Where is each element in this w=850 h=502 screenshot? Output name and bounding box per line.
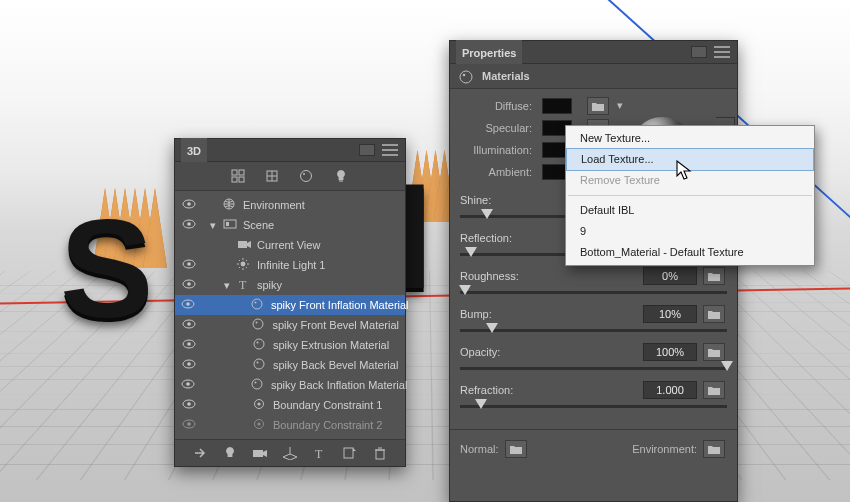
scene-icon [223, 218, 239, 232]
toolbar-new-icon[interactable] [342, 446, 358, 460]
panel-3d-header[interactable]: 3D [175, 139, 405, 162]
menu-bottom-material[interactable]: Bottom_Material - Default Texture [566, 242, 814, 263]
label-ambient: Ambient: [460, 166, 536, 178]
panel-collapse-button[interactable] [359, 144, 375, 156]
menu-9[interactable]: 9 [566, 221, 814, 242]
filter-all-icon[interactable] [231, 169, 247, 183]
visibility-eye-icon[interactable] [181, 199, 197, 211]
toolbar-bulb-icon[interactable] [222, 446, 238, 460]
mesh-icon: T [237, 278, 253, 292]
tree-item-label: Infinite Light 1 [257, 259, 399, 271]
folder-normal[interactable] [505, 440, 527, 458]
panel-flyout-icon[interactable] [713, 46, 731, 58]
folder-environment[interactable] [703, 440, 725, 458]
value-refraction[interactable]: 1.000 [643, 381, 697, 399]
filter-material-icon[interactable] [299, 169, 315, 183]
tree-item-label: spiky Back Bevel Material [273, 359, 399, 371]
tree-item-label: spiky Front Inflation Material [271, 299, 409, 311]
value-bump[interactable]: 10% [643, 305, 697, 323]
svg-line-27 [239, 267, 240, 268]
tree-row[interactable]: Environment [175, 195, 405, 215]
label-specular: Specular: [460, 122, 536, 134]
tree-item-label: spiky Back Inflation Material [271, 379, 407, 391]
folder-refraction[interactable] [703, 381, 725, 399]
visibility-eye-icon[interactable] [181, 299, 195, 311]
panel-properties-header[interactable]: Properties [450, 41, 737, 64]
folder-bump[interactable] [703, 305, 725, 323]
material-icon [253, 338, 269, 352]
svg-point-14 [187, 222, 191, 226]
tree-row[interactable]: Current View [175, 235, 405, 255]
slider-refraction[interactable] [460, 399, 727, 415]
visibility-eye-icon[interactable] [181, 219, 197, 231]
tree-row[interactable]: Boundary Constraint 1 [175, 395, 405, 415]
visibility-eye-icon[interactable] [181, 319, 196, 331]
svg-point-7 [301, 171, 312, 182]
filter-light-icon[interactable] [333, 169, 349, 183]
twisty-icon[interactable]: ▾ [207, 219, 219, 232]
svg-point-33 [186, 302, 190, 306]
svg-rect-0 [232, 170, 237, 175]
svg-rect-17 [238, 241, 247, 248]
menu-default-ibl[interactable]: Default IBL [566, 200, 814, 221]
label-environment: Environment: [632, 443, 697, 455]
scene-tree[interactable]: Environment▾SceneCurrent ViewInfinite Li… [175, 191, 405, 439]
svg-rect-15 [224, 220, 236, 228]
panel-properties-title[interactable]: Properties [456, 40, 522, 64]
svg-point-35 [255, 302, 257, 304]
svg-text:T: T [315, 447, 323, 460]
panel-properties[interactable]: Properties Materials Diffuse: ▾ Specular… [449, 40, 738, 502]
toolbar-trash-icon[interactable] [372, 446, 388, 460]
svg-line-26 [246, 267, 247, 268]
visibility-eye-icon[interactable] [181, 279, 197, 291]
tree-row[interactable]: spiky Front Bevel Material [175, 315, 405, 335]
svg-line-25 [239, 260, 240, 261]
tree-row[interactable]: spiky Front Inflation Material [175, 295, 405, 315]
tree-row[interactable]: ▾Tspiky [175, 275, 405, 295]
toolbar-add-text-icon[interactable]: T [312, 446, 328, 460]
visibility-eye-icon[interactable] [181, 419, 197, 431]
tree-row[interactable]: spiky Back Inflation Material [175, 375, 405, 395]
filter-mesh-icon[interactable] [265, 169, 281, 183]
visibility-eye-icon[interactable] [181, 339, 197, 351]
toolbar-camera-icon[interactable] [252, 446, 268, 460]
texture-context-menu[interactable]: New Texture... Load Texture... Remove Te… [565, 125, 815, 266]
value-opacity[interactable]: 100% [643, 343, 697, 361]
value-roughness[interactable]: 0% [643, 267, 697, 285]
label-bump: Bump: [460, 308, 643, 320]
tree-row[interactable]: spiky Back Bevel Material [175, 355, 405, 375]
toolbar-add-plane-icon[interactable] [282, 446, 298, 460]
menu-new-texture[interactable]: New Texture... [566, 128, 814, 149]
material-icon [251, 298, 267, 312]
tree-item-label: spiky Extrusion Material [273, 339, 399, 351]
visibility-eye-icon[interactable] [181, 399, 197, 411]
label-diffuse: Diffuse: [460, 100, 536, 112]
visibility-eye-icon[interactable] [181, 379, 195, 391]
tree-row[interactable]: Boundary Constraint 2 [175, 415, 405, 435]
slider-opacity[interactable] [460, 361, 727, 377]
visibility-eye-icon[interactable] [181, 259, 197, 271]
panel-3d[interactable]: 3D Environment▾SceneCurrent ViewInfinite… [174, 138, 406, 467]
folder-roughness[interactable] [703, 267, 725, 285]
row-diffuse: Diffuse: ▾ [460, 95, 727, 117]
svg-rect-16 [226, 222, 229, 226]
menu-load-texture[interactable]: Load Texture... [566, 148, 814, 171]
slider-roughness[interactable] [460, 285, 727, 301]
panel-flyout-icon[interactable] [381, 144, 399, 156]
tree-row[interactable]: ▾Scene [175, 215, 405, 235]
tree-row[interactable]: spiky Extrusion Material [175, 335, 405, 355]
panel-3d-title[interactable]: 3D [181, 138, 207, 162]
constraint-icon [253, 418, 269, 432]
swatch-diffuse[interactable] [542, 98, 572, 114]
folder-diffuse[interactable] [587, 97, 609, 115]
folder-opacity[interactable] [703, 343, 725, 361]
toolbar-attach-icon[interactable] [192, 446, 208, 460]
twisty-icon[interactable]: ▾ [221, 279, 233, 292]
svg-point-41 [187, 342, 191, 346]
svg-point-46 [254, 359, 264, 369]
tree-row[interactable]: Infinite Light 1 [175, 255, 405, 275]
slider-bump[interactable] [460, 323, 727, 339]
row-refraction: Refraction: 1.000 [460, 381, 727, 415]
panel-collapse-button[interactable] [691, 46, 707, 58]
visibility-eye-icon[interactable] [181, 359, 197, 371]
